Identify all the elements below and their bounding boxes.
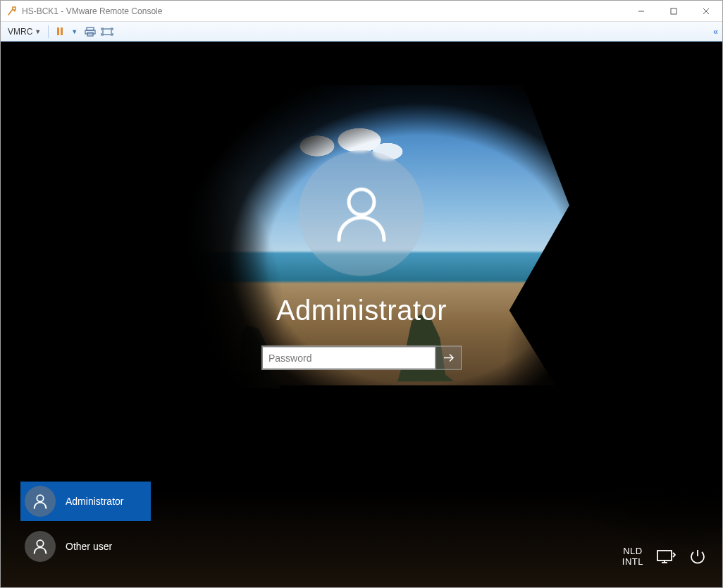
svg-point-8 [349, 189, 374, 214]
send-ctrl-alt-del-button[interactable] [83, 25, 97, 39]
vm-viewport: Administrator Administrator [1, 42, 722, 587]
toolbar-collapse-chevron-icon[interactable]: « [713, 27, 718, 37]
language-line2: INTL [622, 557, 643, 568]
avatar [299, 150, 424, 276]
user-avatar-icon [25, 486, 56, 517]
user-item-administrator[interactable]: Administrator [20, 482, 151, 521]
password-input[interactable] [261, 345, 436, 369]
display-name: Administrator [276, 294, 447, 326]
app-icon [6, 6, 18, 17]
window-controls [625, 1, 722, 22]
toolbar: VMRC ▼ ▼ « [1, 22, 722, 42]
svg-point-11 [37, 540, 43, 546]
user-name-label: Other user [66, 541, 112, 552]
pause-icon [57, 27, 63, 35]
language-line1: NLD [622, 546, 643, 557]
app-window: HS-BCK1 - VMware Remote Console VMRC ▼ [0, 0, 723, 588]
login-panel: Administrator [261, 150, 462, 369]
user-item-other-user[interactable]: Other user [20, 527, 151, 566]
fullscreen-button[interactable] [100, 25, 114, 39]
window-title: HS-BCK1 - VMware Remote Console [22, 6, 625, 16]
titlebar: HS-BCK1 - VMware Remote Console [1, 1, 722, 22]
power-dropdown-chevron-icon[interactable]: ▼ [71, 28, 78, 35]
maximize-button[interactable] [657, 1, 690, 22]
svg-rect-12 [657, 551, 672, 561]
vmrc-menu[interactable]: VMRC ▼ [5, 25, 44, 38]
language-switcher[interactable]: NLD INTL [622, 546, 643, 568]
toolbar-separator [48, 25, 49, 38]
minimize-button[interactable] [625, 1, 657, 22]
vmrc-menu-label: VMRC [8, 27, 32, 37]
svg-rect-7 [103, 29, 111, 35]
svg-point-10 [37, 495, 43, 501]
chevron-down-icon: ▼ [35, 28, 41, 35]
user-name-label: Administrator [66, 496, 123, 507]
power-button[interactable] [688, 548, 707, 566]
ease-of-access-button[interactable] [656, 549, 676, 565]
submit-button[interactable] [436, 345, 462, 369]
corner-controls: NLD INTL [622, 546, 707, 568]
user-avatar-icon [25, 531, 56, 562]
svg-rect-1 [671, 8, 676, 14]
password-row [261, 345, 462, 369]
close-button[interactable] [690, 1, 722, 22]
user-list: Administrator Other user [20, 482, 151, 566]
pause-button[interactable] [53, 25, 67, 39]
